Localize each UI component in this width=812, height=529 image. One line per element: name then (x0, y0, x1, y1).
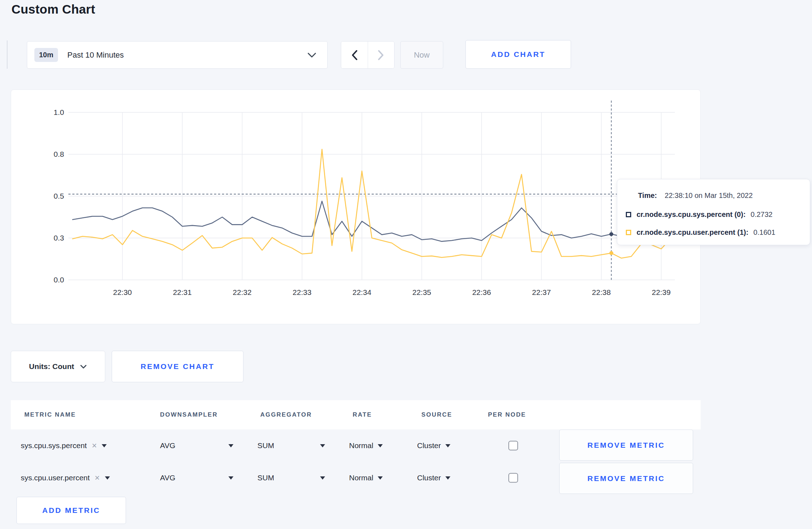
metric-row: sys.cpu.sys.percent × AVG SUM Normal Clu… (11, 429, 701, 462)
caret-down-icon (102, 444, 107, 447)
svg-text:22:32: 22:32 (233, 288, 252, 296)
source-select[interactable]: Cluster (417, 441, 450, 450)
metric-name-value: sys.cpu.user.percent (21, 474, 90, 482)
caret-down-icon (320, 444, 325, 447)
caret-down-icon (445, 444, 450, 447)
chart-card: 22:3022:3122:3222:3322:3422:3522:3622:37… (11, 89, 701, 324)
next-time-button[interactable] (368, 42, 395, 68)
svg-text:22:39: 22:39 (652, 288, 671, 296)
svg-text:0.5: 0.5 (54, 192, 64, 200)
add-metric-button[interactable]: ADD METRIC (16, 497, 126, 524)
aggregator-select[interactable]: SUM (257, 474, 325, 482)
tooltip-time-label: Time: (638, 191, 657, 199)
svg-text:0.8: 0.8 (54, 150, 64, 158)
col-header-metric-name: METRIC NAME (24, 411, 76, 418)
svg-text:1.0: 1.0 (54, 108, 64, 116)
tooltip-series-row: cr.node.sys.cpu.user.percent (1): 0.1601 (626, 228, 775, 237)
metric-row: sys.cpu.user.percent × AVG SUM Normal Cl… (11, 462, 701, 494)
time-pager (341, 41, 395, 69)
downsampler-value: AVG (160, 441, 175, 450)
tooltip-series-label: cr.node.sys.cpu.sys.percent (0): (637, 210, 746, 219)
time-window-dropdown[interactable]: 10m Past 10 Minutes (27, 41, 328, 69)
col-header-per-node: PER NODE (488, 411, 526, 418)
chevron-right-icon (378, 50, 384, 60)
series-swatch-icon (626, 230, 631, 235)
remove-chart-button[interactable]: REMOVE CHART (112, 351, 243, 382)
svg-text:0.3: 0.3 (54, 234, 64, 242)
tooltip-time-value: 22:38:10 on Mar 15th, 2022 (665, 191, 753, 199)
tooltip-series-value: 0.2732 (751, 210, 773, 219)
downsampler-select[interactable]: AVG (160, 441, 233, 450)
time-window-label: Past 10 Minutes (67, 50, 298, 60)
rate-select[interactable]: Normal (349, 441, 383, 450)
col-header-source: SOURCE (421, 411, 452, 418)
caret-down-icon (378, 444, 383, 447)
caret-down-icon (105, 476, 110, 480)
metric-name-select[interactable]: sys.cpu.user.percent × (21, 474, 110, 482)
rate-value: Normal (349, 441, 373, 450)
now-button[interactable]: Now (400, 41, 443, 69)
tooltip-series-row: cr.node.sys.cpu.sys.percent (0): 0.2732 (626, 210, 773, 219)
tooltip-series-label: cr.node.sys.cpu.user.percent (1): (637, 228, 748, 237)
series-swatch-icon (626, 212, 631, 217)
chart-tooltip: Time: 22:38:10 on Mar 15th, 2022 cr.node… (617, 179, 810, 245)
caret-down-icon (378, 476, 383, 480)
metric-name-value: sys.cpu.sys.percent (21, 441, 87, 450)
time-window-badge: 10m (34, 48, 58, 62)
svg-text:22:31: 22:31 (173, 288, 192, 296)
remove-metric-button[interactable]: REMOVE METRIC (559, 429, 693, 461)
per-node-checkbox[interactable] (508, 441, 518, 451)
col-header-aggregator: AGGREGATOR (260, 411, 312, 418)
units-dropdown[interactable]: Units: Count (11, 351, 105, 382)
toolbar-left-divider (7, 40, 8, 69)
svg-text:22:38: 22:38 (592, 288, 611, 296)
cpu-line-chart[interactable]: 22:3022:3122:3222:3322:3422:3522:3622:37… (11, 90, 701, 325)
col-header-rate: RATE (353, 411, 372, 418)
caret-down-icon (445, 476, 450, 480)
source-value: Cluster (417, 474, 441, 482)
caret-down-icon (228, 476, 233, 480)
svg-text:22:33: 22:33 (293, 288, 311, 296)
svg-text:22:35: 22:35 (412, 288, 431, 296)
downsampler-select[interactable]: AVG (160, 474, 233, 482)
metrics-table-header: METRIC NAME DOWNSAMPLER AGGREGATOR RATE … (11, 400, 701, 429)
clear-icon[interactable]: × (95, 474, 100, 482)
svg-text:22:30: 22:30 (113, 288, 132, 296)
col-header-downsampler: DOWNSAMPLER (160, 411, 218, 418)
svg-text:0.0: 0.0 (54, 276, 64, 284)
chevron-left-icon (351, 50, 358, 60)
tooltip-time-row: Time: 22:38:10 on Mar 15th, 2022 (638, 191, 753, 200)
svg-text:22:37: 22:37 (532, 288, 551, 296)
remove-metric-button[interactable]: REMOVE METRIC (559, 463, 693, 494)
tooltip-series-value: 0.1601 (753, 228, 775, 237)
add-chart-button[interactable]: ADD CHART (465, 40, 571, 69)
page-title: Custom Chart (11, 2, 95, 16)
prev-time-button[interactable] (341, 42, 368, 68)
downsampler-value: AVG (160, 474, 175, 482)
source-select[interactable]: Cluster (417, 474, 450, 482)
caret-down-icon (320, 476, 325, 480)
chevron-down-icon (307, 52, 316, 58)
aggregator-value: SUM (257, 474, 274, 482)
rate-value: Normal (349, 474, 373, 482)
units-label: Units: Count (29, 362, 74, 371)
chevron-down-icon (80, 364, 87, 369)
aggregator-value: SUM (257, 441, 274, 450)
svg-text:22:36: 22:36 (472, 288, 491, 296)
source-value: Cluster (417, 441, 441, 450)
aggregator-select[interactable]: SUM (257, 441, 325, 450)
per-node-checkbox[interactable] (508, 473, 518, 483)
svg-text:22:34: 22:34 (353, 288, 372, 296)
clear-icon[interactable]: × (92, 441, 97, 450)
caret-down-icon (228, 444, 233, 447)
rate-select[interactable]: Normal (349, 474, 383, 482)
metric-name-select[interactable]: sys.cpu.sys.percent × (21, 441, 107, 450)
